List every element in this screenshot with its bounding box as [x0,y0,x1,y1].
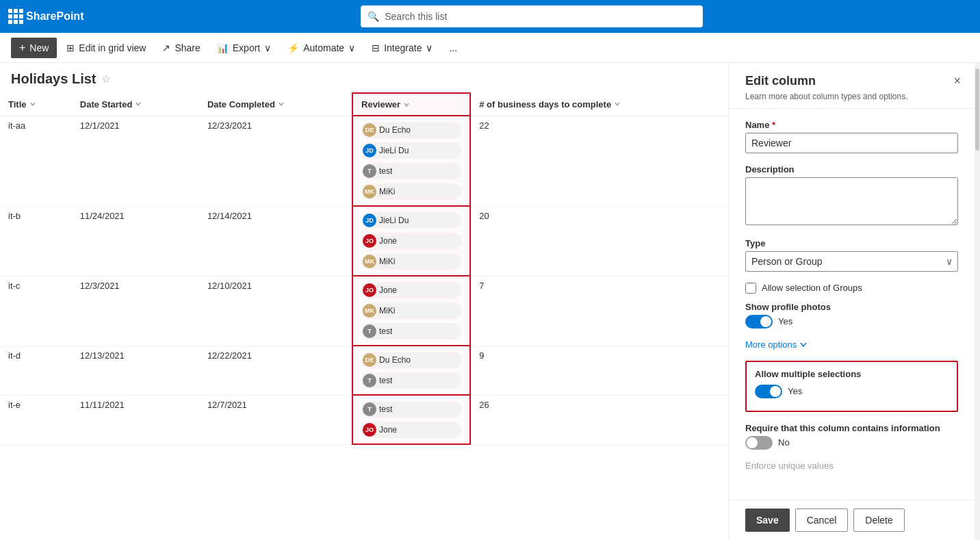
show-photos-toggle[interactable] [745,315,773,329]
avatar: JD [363,214,376,227]
reviewer-cell: TtestJOJone [361,400,461,439]
cell-reviewer: DEDu EchoTtest [352,346,470,395]
export-button[interactable]: 📊 Export ∨ [210,38,278,57]
list-title: Holidays List [11,71,96,87]
avatar: JD [363,144,376,157]
allow-multiple-section: Allow multiple selections Yes [745,361,958,412]
person-chip[interactable]: Ttest [361,372,461,389]
avatar: T [363,402,376,416]
person-chip[interactable]: DEDu Echo [361,352,461,368]
person-chip[interactable]: JDJieLi Du [361,142,461,159]
new-button[interactable]: + New [11,38,57,58]
show-photos-section: Show profile photos Yes [745,302,958,329]
list-table: Title Date Started Date Completed [0,92,728,445]
cell-date-completed: 12/23/2021 [199,116,352,206]
apps-icon[interactable] [8,9,21,24]
cell-title: it-e [0,395,72,444]
close-button[interactable]: × [951,74,964,88]
avatar: MK [363,185,376,198]
cell-title: it-b [0,206,72,276]
table-row: it-d12/13/202112/22/2021DEDu EchoTtest9 [0,346,728,395]
person-chip[interactable]: MKMiKi [361,253,461,270]
reviewer-cell: DEDu EchoTtest [361,350,461,390]
cell-title: it-c [0,276,72,346]
person-name: test [379,326,392,336]
col-header-business-days[interactable]: # of business days to complete [470,93,728,116]
allow-groups-checkbox[interactable] [745,283,756,294]
export-icon: 📊 [217,42,229,53]
person-chip[interactable]: Ttest [361,323,461,339]
toggle-knob-multiple [770,386,781,397]
cell-date-started: 11/24/2021 [72,206,199,276]
allow-groups-label[interactable]: Allow selection of Groups [762,283,862,293]
person-chip[interactable]: JDJieLi Du [361,212,461,229]
scrollbar-thumb[interactable] [975,68,979,151]
name-input[interactable] [745,133,958,153]
col-header-date-completed[interactable]: Date Completed [199,93,352,116]
cell-date-started: 11/11/2021 [72,395,199,444]
more-options-button[interactable]: More options [745,337,808,352]
person-name: Du Echo [379,355,411,365]
search-box[interactable]: 🔍 Search this list [361,5,703,27]
description-input[interactable] [745,177,958,225]
type-label: Type [745,238,958,248]
person-chip[interactable]: DEDu Echo [361,122,461,138]
avatar: T [363,324,376,338]
show-photos-toggle-row: Yes [745,315,958,329]
delete-button[interactable]: Delete [853,509,904,532]
cell-reviewer: TtestJOJone [352,395,470,444]
type-field-group: Type Person or Group Single line of text… [745,238,958,272]
automate-button[interactable]: ⚡ Automate ∨ [281,38,362,57]
require-section: Require that this column contains inform… [745,423,958,450]
avatar: T [363,164,376,178]
type-select[interactable]: Person or Group Single line of text Mult… [745,251,958,272]
allow-multiple-toggle[interactable] [755,385,782,398]
person-chip[interactable]: Ttest [361,163,461,179]
person-name: Du Echo [379,125,411,135]
person-name: MiKi [379,306,395,316]
logo-text: SharePoint [26,10,83,23]
cell-date-started: 12/1/2021 [72,116,199,206]
table-row: it-aa12/1/202112/23/2021DEDu EchoJDJieLi… [0,116,728,206]
col-header-date-started[interactable]: Date Started [72,93,199,116]
edit-panel-body: Name Description Type Person or Group Si… [729,109,975,500]
share-label: Share [175,42,200,53]
grid-icon: ⊞ [66,42,75,53]
allow-groups-row: Allow selection of Groups [745,283,958,294]
reviewer-cell: DEDu EchoJDJieLi DuTtestMKMiKi [361,120,461,201]
integrate-label: Integrate [384,42,422,53]
person-chip[interactable]: JOJone [361,422,461,438]
more-options-label: More options [745,339,797,350]
integrate-button[interactable]: ⊟ Integrate ∨ [365,38,439,57]
reviewer-cell: JOJoneMKMiKiTtest [361,281,461,341]
avatar: DE [363,353,376,367]
person-chip[interactable]: MKMiKi [361,183,461,200]
export-label: Export [233,42,260,53]
reviewer-cell: JDJieLi DuJOJoneMKMiKi [361,211,461,271]
edit-grid-button[interactable]: ⊞ Edit in grid view [60,38,153,57]
require-toggle[interactable] [745,436,773,450]
topbar: SharePoint 🔍 Search this list [0,0,980,33]
col-header-title[interactable]: Title [0,93,72,116]
cell-reviewer: JDJieLi DuJOJoneMKMiKi [352,206,470,276]
person-chip[interactable]: JOJone [361,233,461,249]
col-header-reviewer[interactable]: Reviewer [352,93,470,116]
more-button[interactable]: ... [442,38,464,57]
scrollbar-track[interactable] [975,63,980,540]
person-chip[interactable]: Ttest [361,401,461,417]
show-photos-value: Yes [778,316,792,326]
person-name: JieLi Du [379,146,409,155]
person-chip[interactable]: JOJone [361,282,461,298]
cell-business-days: 26 [470,395,728,444]
name-field-group: Name [745,120,958,153]
type-select-wrapper: Person or Group Single line of text Mult… [745,251,958,272]
list-area: Holidays List ☆ Title Date Started [0,63,728,540]
cell-date-completed: 12/14/2021 [199,206,352,276]
require-label: Require that this column contains inform… [745,423,958,433]
cancel-button[interactable]: Cancel [795,509,849,532]
star-icon[interactable]: ☆ [101,73,111,86]
share-button[interactable]: ↗ Share [155,38,207,57]
person-chip[interactable]: MKMiKi [361,303,461,319]
save-button[interactable]: Save [745,509,790,532]
plus-icon: + [19,42,25,54]
